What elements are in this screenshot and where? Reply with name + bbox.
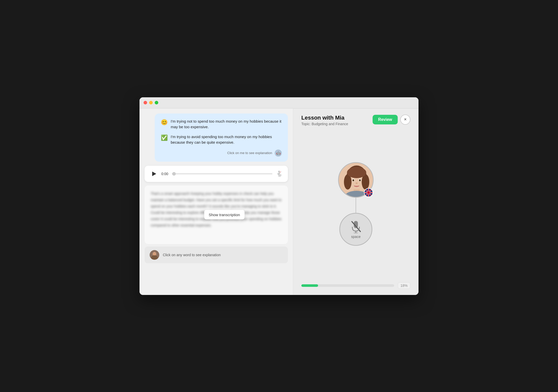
- lesson-diagram: space: [301, 132, 410, 276]
- svg-point-14: [356, 182, 358, 184]
- seekbar-thumb: [172, 172, 176, 176]
- message-bubble[interactable]: 😊 I'm trying not to spend too much money…: [155, 114, 288, 162]
- audio-controls: 0:00 🐇: [150, 170, 283, 178]
- lesson-title: Lesson with Mia: [301, 115, 348, 121]
- option-2-text: I'm trying to avoid spending too much mo…: [171, 134, 282, 145]
- space-key-label: space: [351, 235, 360, 239]
- uk-flag-badge: [364, 188, 373, 197]
- microphone-circle[interactable]: space: [339, 213, 372, 246]
- option-2: ✅ I'm trying to avoid spending too much …: [161, 134, 282, 145]
- lesson-topic: Topic: Budgeting and Finance: [301, 122, 348, 126]
- bubble-footer: Click on me to see explanation 🤖: [161, 150, 282, 157]
- close-window-button[interactable]: [144, 101, 147, 104]
- show-transcription-button[interactable]: Show transcription: [204, 210, 245, 219]
- rabbit-icon[interactable]: 🐇: [276, 171, 283, 177]
- progress-track: [301, 284, 394, 287]
- minimize-window-button[interactable]: [149, 101, 153, 104]
- play-icon: [152, 172, 156, 176]
- mic-off-icon: [350, 220, 361, 233]
- progress-section: 18%: [301, 282, 410, 289]
- smiley-icon: 😊: [161, 119, 168, 126]
- header-buttons: Review ×: [373, 115, 410, 125]
- audio-player-card: 0:00 🐇: [145, 166, 288, 182]
- app-window: 😊 I'm trying not to spend too much money…: [140, 97, 419, 295]
- svg-point-13: [359, 179, 361, 181]
- traffic-lights: [144, 101, 158, 104]
- option-1-text: I'm trying not to spend too much money o…: [171, 119, 282, 130]
- chat-panel: 😊 I'm trying not to spend too much money…: [140, 108, 293, 295]
- close-button[interactable]: ×: [400, 115, 410, 125]
- play-button[interactable]: [150, 170, 158, 178]
- lesson-info: Lesson with Mia Topic: Budgeting and Fin…: [301, 115, 348, 126]
- main-content: 😊 I'm trying not to spend too much money…: [140, 108, 419, 295]
- svg-point-9: [347, 167, 366, 178]
- message-text-area: That's a smart approach! Keeping your ho…: [145, 185, 288, 244]
- bubble-avatar: 🤖: [275, 150, 282, 157]
- tutor-avatar-wrapper: [338, 162, 374, 198]
- connector-line: [356, 198, 356, 213]
- lesson-panel: Lesson with Mia Topic: Budgeting and Fin…: [293, 108, 419, 295]
- click-explanation-text[interactable]: Click on me to see explanation: [227, 151, 272, 155]
- user-avatar: [150, 250, 159, 260]
- audio-seekbar[interactable]: [172, 173, 272, 174]
- review-button[interactable]: Review: [373, 115, 398, 124]
- checkmark-icon: ✅: [161, 135, 168, 141]
- audio-timestamp: 0:00: [161, 172, 168, 176]
- lesson-header: Lesson with Mia Topic: Budgeting and Fin…: [301, 115, 410, 126]
- svg-point-3: [153, 252, 156, 255]
- blurred-message-text: That's a smart approach! Keeping your ho…: [151, 191, 282, 229]
- progress-percentage: 18%: [398, 282, 410, 289]
- titlebar: [140, 97, 419, 108]
- word-hint-text: Click on any word to see explanation: [163, 253, 221, 257]
- progress-fill: [301, 284, 318, 287]
- fullscreen-window-button[interactable]: [155, 101, 158, 104]
- option-1: 😊 I'm trying not to spend too much money…: [161, 119, 282, 130]
- word-hint-bar: Click on any word to see explanation: [145, 247, 288, 263]
- svg-point-12: [353, 179, 354, 181]
